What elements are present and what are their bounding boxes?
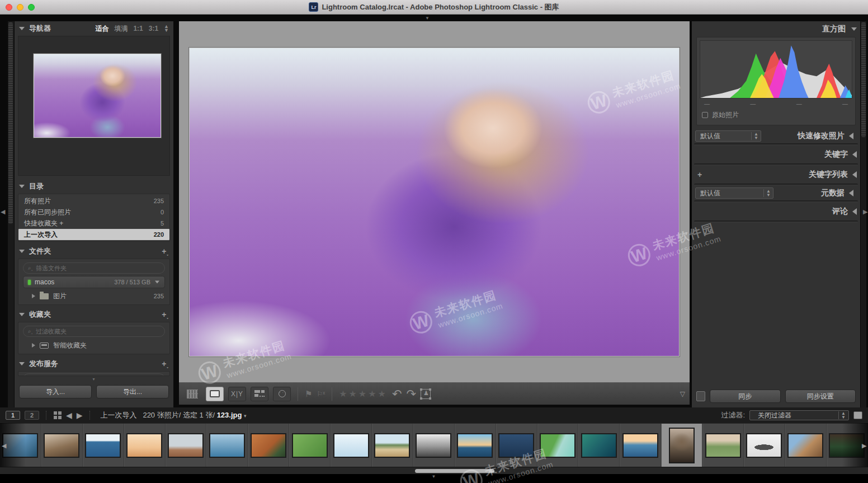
main-photo[interactable]: [189, 48, 680, 357]
filmstrip-thumbnail[interactable]: [374, 433, 410, 458]
add-collection-button[interactable]: +˯: [162, 310, 169, 319]
filmstrip-cell[interactable]: [124, 424, 166, 467]
filmstrip-thumbnail[interactable]: [44, 433, 79, 458]
folders-header[interactable]: 文件夹 +˯: [15, 244, 173, 259]
filmstrip-cell[interactable]: [578, 424, 620, 467]
show-right-panel-arrow[interactable]: ▶: [863, 208, 867, 215]
keyword-list-header[interactable]: + 关键字列表: [692, 167, 860, 182]
filmstrip-thumbnail[interactable]: [85, 433, 121, 458]
rotate-right-icon[interactable]: ↷: [406, 387, 416, 401]
zoom-window-button[interactable]: [28, 4, 35, 11]
collections-header[interactable]: 收藏夹 +˯: [15, 307, 173, 322]
filmstrip-thumbnail[interactable]: [416, 433, 451, 458]
filmstrip-cell-selected[interactable]: [661, 424, 702, 467]
flag-pick-icon[interactable]: ⚑: [305, 389, 312, 399]
filmstrip-thumbnail[interactable]: [669, 428, 695, 463]
filmstrip-cell[interactable]: [41, 424, 83, 467]
filmstrip-cell[interactable]: [702, 424, 744, 467]
filmstrip-cell[interactable]: [248, 424, 289, 467]
histogram-clipping-marks[interactable]: ————: [700, 99, 852, 107]
collection-filter-input[interactable]: ⌕˯ 过滤收藏夹: [23, 326, 165, 337]
metadata-header[interactable]: 元数据: [773, 187, 857, 199]
original-photo-row[interactable]: 原始照片: [700, 107, 852, 122]
filmstrip-cell[interactable]: [206, 424, 248, 467]
filmstrip-thumbnail[interactable]: [540, 433, 575, 458]
filmstrip-thumbnail[interactable]: [168, 433, 204, 458]
filmstrip-cell[interactable]: [413, 424, 455, 467]
filmstrip-cell[interactable]: [537, 424, 579, 467]
filmstrip-cell[interactable]: [744, 424, 785, 467]
sync-button[interactable]: 同步: [710, 390, 781, 403]
quick-develop-header[interactable]: 快速修改照片: [761, 130, 857, 142]
folder-filter-input[interactable]: ⌕˯ 筛选文件夹: [23, 262, 165, 274]
zoom-3-1-option[interactable]: 3:1: [149, 25, 158, 32]
go-forward-icon[interactable]: ▶: [77, 411, 83, 420]
filmstrip-cell[interactable]: [331, 424, 372, 467]
filmstrip-thumbnail[interactable]: [209, 433, 245, 458]
filmstrip-thumbnail[interactable]: [457, 433, 493, 458]
filmstrip-cell[interactable]: [83, 424, 124, 467]
scrollbar-thumb[interactable]: [415, 469, 494, 473]
main-window-button[interactable]: 1: [6, 411, 20, 420]
second-window-button[interactable]: 2: [25, 411, 39, 420]
histogram-chart[interactable]: [700, 40, 852, 99]
left-panel-scrollbar[interactable]: [8, 21, 14, 407]
filmstrip-cell[interactable]: [496, 424, 537, 467]
filmstrip-cell[interactable]: [166, 424, 207, 467]
loupe-view-button[interactable]: [206, 387, 224, 401]
comments-header[interactable]: 评论: [692, 204, 860, 219]
people-view-button[interactable]: [273, 387, 291, 401]
histogram-header[interactable]: 直方图: [692, 21, 860, 37]
export-button[interactable]: 导出...: [96, 385, 169, 398]
original-photo-checkbox[interactable]: [702, 112, 708, 118]
volume-row-macos[interactable]: macos 378 / 513 GB: [23, 276, 165, 288]
filmstrip-scroll-right-arrow[interactable]: ▶: [862, 442, 866, 449]
sync-settings-button[interactable]: 同步设置: [785, 390, 856, 403]
navigator-thumbnail[interactable]: [34, 54, 161, 138]
expand-folder-icon[interactable]: [32, 294, 35, 298]
filmstrip-source-breadcrumb[interactable]: 上一次导入 220 张照片/ 选定 1 张/ 123.jpg ▾: [101, 410, 247, 420]
flag-reject-icon[interactable]: ⚐ˣ: [317, 390, 325, 398]
smart-collections-row[interactable]: 智能收藏夹: [18, 339, 169, 351]
add-publish-service-button[interactable]: +˯: [162, 359, 169, 368]
filter-select[interactable]: 关闭过滤器 ▲▼: [749, 410, 849, 420]
filmstrip-cell[interactable]: [372, 424, 413, 467]
grid-view-shortcut-icon[interactable]: [54, 411, 62, 419]
catalog-row-all-photos[interactable]: 所有照片 235: [18, 195, 169, 207]
survey-view-button[interactable]: [251, 387, 268, 401]
star-rating-control[interactable]: ★★★★★: [339, 388, 388, 399]
minimize-window-button[interactable]: [17, 4, 23, 11]
filmstrip-thumbnail[interactable]: [622, 433, 658, 458]
filmstrip-scroll-left-arrow[interactable]: ◀: [2, 442, 6, 449]
filmstrip-thumbnail[interactable]: [333, 433, 369, 458]
keywording-header[interactable]: 关键字: [692, 147, 860, 162]
add-folder-button[interactable]: +˯: [162, 247, 169, 256]
filmstrip-thumbnail[interactable]: [787, 433, 823, 458]
rotate-left-icon[interactable]: ↶: [392, 387, 402, 401]
grid-view-button[interactable]: [183, 387, 201, 401]
filmstrip-thumbnail[interactable]: [126, 433, 162, 458]
filmstrip-cell[interactable]: [455, 424, 496, 467]
compare-view-button[interactable]: X|Y: [228, 387, 246, 401]
filmstrip-thumbnail[interactable]: [581, 433, 617, 458]
zoom-fill-option[interactable]: 填满: [114, 24, 128, 34]
left-panel-end-handle[interactable]: ▾: [15, 377, 173, 382]
filmstrip-horizontal-scrollbar[interactable]: [0, 467, 868, 474]
add-keyword-button[interactable]: +: [697, 170, 702, 179]
volume-collapse-icon[interactable]: [155, 281, 159, 284]
filmstrip-thumbnail[interactable]: [292, 433, 328, 458]
metadata-preset-dropdown[interactable]: 默认值 ▲▼: [695, 187, 773, 199]
source-dropdown-caret[interactable]: ▾: [244, 413, 247, 419]
show-left-panel-arrow[interactable]: ◀: [1, 208, 5, 215]
filmstrip-thumbnail[interactable]: [746, 433, 782, 458]
folder-row-pictures[interactable]: 图片 235: [18, 290, 169, 302]
filmstrip-thumbnail[interactable]: [498, 433, 534, 458]
filter-toggle-button[interactable]: [853, 411, 862, 419]
expand-collection-icon[interactable]: [32, 343, 35, 348]
filmstrip-cell[interactable]: [785, 424, 827, 467]
bottom-panel-collapse-handle[interactable]: ▼: [432, 474, 437, 479]
zoom-1-1-option[interactable]: 1:1: [133, 25, 143, 32]
go-back-icon[interactable]: ◀: [66, 411, 72, 420]
top-panel-collapse-handle[interactable]: ▼: [425, 16, 430, 21]
zoom-stepper-icon[interactable]: ▲▼: [164, 25, 169, 32]
